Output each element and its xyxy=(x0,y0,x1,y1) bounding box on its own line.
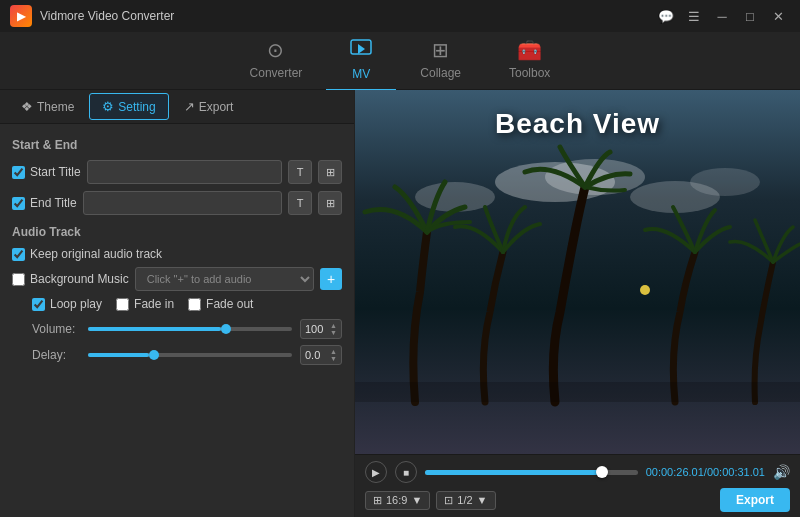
minimize-button[interactable]: ─ xyxy=(710,7,734,25)
tab-collage[interactable]: ⊞ Collage xyxy=(396,30,485,91)
progress-row: ▶ ■ 00:00:26.01/00:00:31.01 🔊 xyxy=(365,461,790,483)
bg-music-label[interactable]: Background Music xyxy=(12,272,129,286)
export-icon: ↗ xyxy=(184,99,195,114)
start-title-style-btn[interactable]: ⊞ xyxy=(318,160,342,184)
progress-thumb[interactable] xyxy=(596,466,608,478)
start-title-input[interactable]: Hello! xyxy=(87,160,282,184)
video-area: Beach View xyxy=(355,90,800,454)
svg-point-5 xyxy=(690,168,760,196)
start-title-font-btn[interactable]: T xyxy=(288,160,312,184)
tab-toolbox[interactable]: 🧰 Toolbox xyxy=(485,30,574,91)
end-title-input[interactable]: Bye! xyxy=(83,191,282,215)
fade-out-label[interactable]: Fade out xyxy=(188,297,253,311)
volume-value-box: 100 ▲ ▼ xyxy=(300,319,342,339)
main-content: ❖ Theme ⚙ Setting ↗ Export Start & End S… xyxy=(0,90,800,517)
tab-mv[interactable]: MV xyxy=(326,30,396,92)
view-icon: ⊡ xyxy=(444,494,453,507)
nav-tabs: ⊙ Converter MV ⊞ Collage 🧰 Toolbox xyxy=(0,32,800,90)
start-title-checkbox-label[interactable]: Start Title xyxy=(12,165,81,179)
volume-icon[interactable]: 🔊 xyxy=(773,464,790,480)
volume-spin-arrows[interactable]: ▲ ▼ xyxy=(330,322,337,336)
palm-trees-overlay xyxy=(355,90,800,454)
bg-music-checkbox[interactable] xyxy=(12,273,25,286)
right-panel: Beach View ▶ ■ 00:00:26.01/00:00:31.01 🔊 xyxy=(355,90,800,517)
collage-icon: ⊞ xyxy=(432,38,449,62)
start-end-section-title: Start & End xyxy=(12,138,342,152)
volume-slider[interactable] xyxy=(88,327,292,331)
delay-slider[interactable] xyxy=(88,353,292,357)
start-title-row: Start Title Hello! T ⊞ xyxy=(12,160,342,184)
aspect-dropdown-icon: ▼ xyxy=(411,494,422,506)
converter-icon: ⊙ xyxy=(267,38,284,62)
app-title: Vidmore Video Converter xyxy=(40,9,174,23)
settings-panel: Start & End Start Title Hello! T ⊞ End T… xyxy=(0,124,354,517)
theme-icon: ❖ xyxy=(21,99,33,114)
toolbox-icon: 🧰 xyxy=(517,38,542,62)
chat-button[interactable]: 💬 xyxy=(654,7,678,25)
time-display: 00:00:26.01/00:00:31.01 xyxy=(646,466,765,478)
end-title-style-btn[interactable]: ⊞ xyxy=(318,191,342,215)
subtab-export[interactable]: ↗ Export xyxy=(171,93,247,120)
svg-point-7 xyxy=(640,285,650,295)
audio-track-section: Audio Track Keep original audio track Ba… xyxy=(12,225,342,365)
svg-point-4 xyxy=(415,182,495,212)
left-panel: ❖ Theme ⚙ Setting ↗ Export Start & End S… xyxy=(0,90,355,517)
stop-button[interactable]: ■ xyxy=(395,461,417,483)
progress-track[interactable] xyxy=(425,470,638,475)
keep-original-row: Keep original audio track xyxy=(12,247,342,261)
loop-play-label[interactable]: Loop play xyxy=(32,297,102,311)
app-logo: ▶ xyxy=(10,5,32,27)
mv-icon xyxy=(350,38,372,63)
progress-fill xyxy=(425,470,602,475)
fade-in-checkbox[interactable] xyxy=(116,298,129,311)
end-title-checkbox[interactable] xyxy=(12,197,25,210)
playback-options-row: Loop play Fade in Fade out xyxy=(32,297,342,311)
close-button[interactable]: ✕ xyxy=(766,7,790,25)
titlebar: ▶ Vidmore Video Converter 💬 ☰ ─ □ ✕ xyxy=(0,0,800,32)
add-audio-button[interactable]: + xyxy=(320,268,342,290)
loop-play-checkbox[interactable] xyxy=(32,298,45,311)
end-title-font-btn[interactable]: T xyxy=(288,191,312,215)
aspect-ratio-selector[interactable]: ⊞ 16:9 ▼ xyxy=(365,491,430,510)
aspect-ratio-icon: ⊞ xyxy=(373,494,382,507)
subtab-theme[interactable]: ❖ Theme xyxy=(8,93,87,120)
end-title-checkbox-label[interactable]: End Title xyxy=(12,196,77,210)
keep-original-label[interactable]: Keep original audio track xyxy=(12,247,162,261)
bg-music-row: Background Music Click "+" to add audio … xyxy=(12,267,342,291)
bg-music-select[interactable]: Click "+" to add audio xyxy=(135,267,314,291)
tab-converter[interactable]: ⊙ Converter xyxy=(226,30,327,91)
start-title-checkbox[interactable] xyxy=(12,166,25,179)
play-button[interactable]: ▶ xyxy=(365,461,387,483)
keep-original-checkbox[interactable] xyxy=(12,248,25,261)
video-title: Beach View xyxy=(495,108,660,140)
audio-track-section-title: Audio Track xyxy=(12,225,342,239)
fade-in-label[interactable]: Fade in xyxy=(116,297,174,311)
svg-rect-6 xyxy=(355,382,800,402)
titlebar-left: ▶ Vidmore Video Converter xyxy=(10,5,174,27)
controls-left: ⊞ 16:9 ▼ ⊡ 1/2 ▼ xyxy=(365,491,496,510)
controls-row: ⊞ 16:9 ▼ ⊡ 1/2 ▼ Export xyxy=(365,488,790,512)
setting-icon: ⚙ xyxy=(102,99,114,114)
playback-bar: ▶ ■ 00:00:26.01/00:00:31.01 🔊 ⊞ 16:9 ▼ xyxy=(355,454,800,517)
volume-row: Volume: 100 ▲ ▼ xyxy=(32,319,342,339)
view-selector[interactable]: ⊡ 1/2 ▼ xyxy=(436,491,495,510)
titlebar-controls: 💬 ☰ ─ □ ✕ xyxy=(654,7,790,25)
delay-value-box: 0.0 ▲ ▼ xyxy=(300,345,342,365)
menu-button[interactable]: ☰ xyxy=(682,7,706,25)
sub-tabs: ❖ Theme ⚙ Setting ↗ Export xyxy=(0,90,354,124)
delay-row: Delay: 0.0 ▲ ▼ xyxy=(32,345,342,365)
delay-spin-arrows[interactable]: ▲ ▼ xyxy=(330,348,337,362)
view-dropdown-icon: ▼ xyxy=(477,494,488,506)
end-title-row: End Title Bye! T ⊞ xyxy=(12,191,342,215)
export-button[interactable]: Export xyxy=(720,488,790,512)
subtab-setting[interactable]: ⚙ Setting xyxy=(89,93,168,120)
maximize-button[interactable]: □ xyxy=(738,7,762,25)
fade-out-checkbox[interactable] xyxy=(188,298,201,311)
